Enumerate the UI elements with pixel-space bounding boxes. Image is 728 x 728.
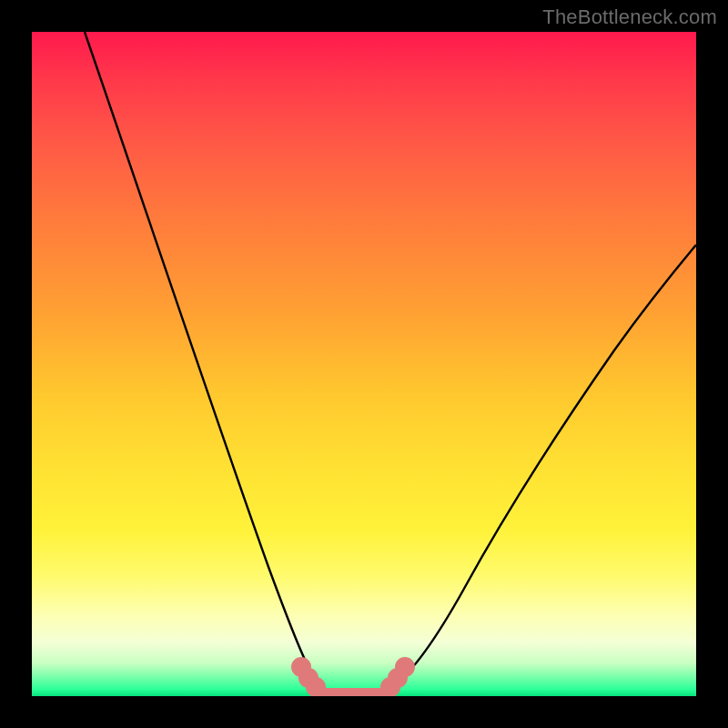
bottleneck-curve-svg	[32, 32, 696, 696]
svg-point-6	[399, 662, 410, 672]
plot-area	[32, 32, 696, 696]
marker-band	[296, 662, 410, 693]
bottleneck-curve	[85, 32, 696, 694]
watermark-text: TheBottleneck.com	[542, 5, 717, 29]
chart-frame: TheBottleneck.com	[0, 0, 728, 728]
